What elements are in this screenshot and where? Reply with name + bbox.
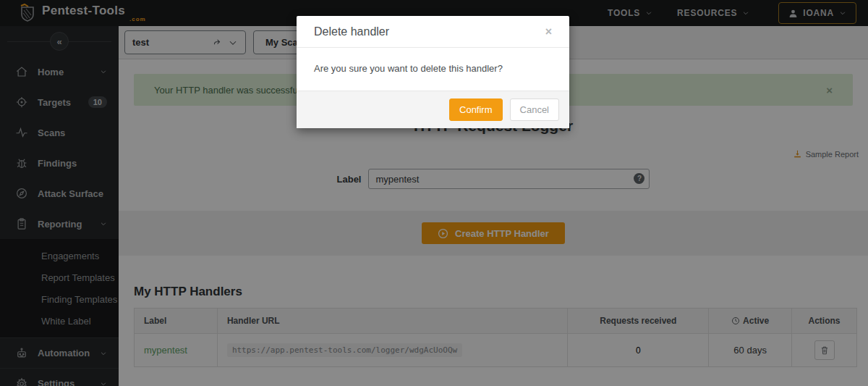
modal-body-text: Are you sure you want to delete this han… [297, 48, 569, 91]
delete-handler-modal: Delete handler × Are you sure you want t… [297, 16, 569, 128]
app-window: Pentest-Tools .com TOOLS RESOURCES IOANA [0, 0, 868, 386]
modal-header: Delete handler × [297, 16, 569, 48]
modal-close-icon[interactable]: × [545, 25, 552, 38]
modal-title: Delete handler [314, 25, 389, 38]
confirm-button[interactable]: Confirm [449, 98, 503, 121]
cancel-button[interactable]: Cancel [510, 98, 559, 121]
modal-footer: Confirm Cancel [297, 91, 569, 128]
